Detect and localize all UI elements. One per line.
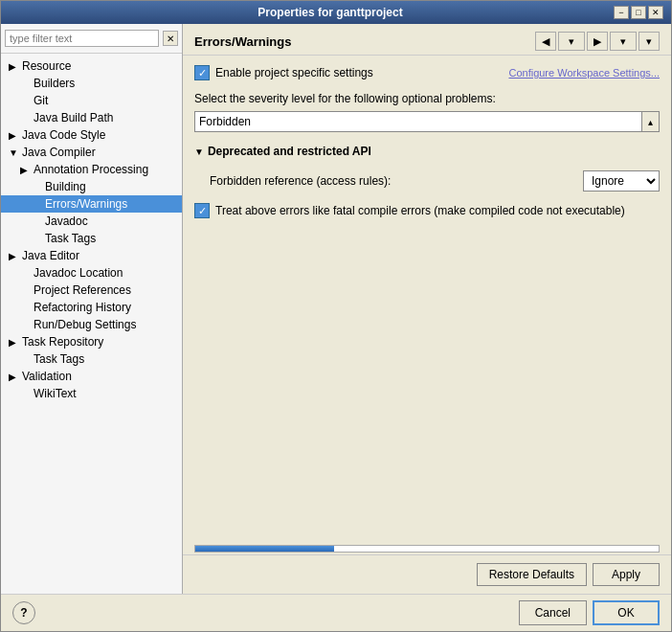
sidebar-item-errors-warnings[interactable]: Errors/Warnings xyxy=(1,195,182,213)
annotation-processing-arrow-icon: ▶ xyxy=(20,165,32,175)
sidebar-item-task-tags2[interactable]: Task Tags xyxy=(1,350,182,368)
sidebar-item-builders[interactable]: Builders xyxy=(1,75,182,92)
sidebar-item-refactoring-history[interactable]: Refactoring History xyxy=(1,299,182,316)
sidebar-item-javadoc-location[interactable]: Javadoc Location xyxy=(1,264,182,282)
sidebar-item-annotation-processing[interactable]: ▶Annotation Processing xyxy=(1,161,182,178)
treat-row: ✓ Treat above errors like fatal compile … xyxy=(194,203,660,218)
window-title: Properties for ganttproject xyxy=(47,6,614,19)
java-compiler-arrow-icon: ▼ xyxy=(9,147,20,158)
java-code-style-arrow-icon: ▶ xyxy=(9,130,20,141)
sidebar-item-label-javadoc-location: Javadoc Location xyxy=(34,266,123,280)
setting-row: Forbidden reference (access rules): Igno… xyxy=(194,169,660,193)
sidebar-item-label-validation: Validation xyxy=(22,370,72,383)
tree: ▶ResourceBuildersGitJava Build Path▶Java… xyxy=(1,54,182,594)
help-button[interactable]: ? xyxy=(12,601,35,624)
properties-dialog: Properties for ganttproject − □ ✕ ✕ ▶Res… xyxy=(0,0,672,632)
validation-arrow-icon: ▶ xyxy=(9,372,20,382)
cancel-button[interactable]: Cancel xyxy=(519,600,587,625)
sidebar-item-label-java-code-style: Java Code Style xyxy=(22,128,105,142)
sidebar-item-label-java-build-path: Java Build Path xyxy=(34,111,113,124)
minimize-button[interactable]: − xyxy=(614,6,629,19)
forward-dropdown-button[interactable]: ▾ xyxy=(610,32,637,51)
sidebar-item-label-annotation-processing: Annotation Processing xyxy=(34,163,148,176)
restore-defaults-button[interactable]: Restore Defaults xyxy=(477,563,587,586)
sidebar-item-task-repository[interactable]: ▶Task Repository xyxy=(1,333,182,350)
ok-button[interactable]: OK xyxy=(593,600,660,625)
forbidden-reference-label: Forbidden reference (access rules): xyxy=(210,174,391,188)
sidebar-item-label-java-compiler: Java Compiler xyxy=(22,146,96,159)
right-panel: Errors/Warnings ◀ ▾ ▶ ▾ ▾ ✓ Enable proje… xyxy=(183,24,671,594)
sidebar-item-label-git: Git xyxy=(34,94,48,107)
footer-buttons: Cancel OK xyxy=(519,600,660,625)
sidebar-item-run-debug-settings[interactable]: Run/Debug Settings xyxy=(1,316,182,333)
progress-fill xyxy=(195,546,334,552)
sidebar-item-java-editor[interactable]: ▶Java Editor xyxy=(1,247,182,264)
right-content: ✓ Enable project specific settings Confi… xyxy=(183,56,671,543)
java-editor-arrow-icon: ▶ xyxy=(9,251,20,261)
progress-bar xyxy=(194,545,660,553)
forward-button[interactable]: ▶ xyxy=(587,32,608,51)
sidebar-item-java-compiler[interactable]: ▼Java Compiler xyxy=(1,144,182,161)
filter-dropdown-button[interactable]: ▴ xyxy=(642,111,660,132)
sidebar-item-java-code-style[interactable]: ▶Java Code Style xyxy=(1,126,182,144)
treat-checkbox[interactable]: ✓ xyxy=(194,203,210,218)
sidebar-item-label-javadoc: Javadoc xyxy=(45,214,88,228)
enable-label: Enable project specific settings xyxy=(215,66,373,79)
enable-checkbox[interactable]: ✓ xyxy=(194,65,210,80)
left-panel: ✕ ▶ResourceBuildersGitJava Build Path▶Ja… xyxy=(1,24,183,594)
apply-button[interactable]: Apply xyxy=(593,563,660,586)
enable-row: ✓ Enable project specific settings Confi… xyxy=(194,65,660,80)
menu-button[interactable]: ▾ xyxy=(638,32,660,51)
severity-label: Select the severity level for the follow… xyxy=(194,92,660,105)
ignore-select[interactable]: Ignore Warning Error xyxy=(583,170,660,192)
section-header: ▼ Deprecated and restricted API xyxy=(194,142,660,161)
sidebar-item-label-building: Building xyxy=(45,180,86,193)
dialog-footer: ? Cancel OK xyxy=(1,594,671,631)
sidebar-item-label-refactoring-history: Refactoring History xyxy=(34,301,131,314)
sidebar-item-git[interactable]: Git xyxy=(1,92,182,109)
sidebar-item-label-project-references: Project References xyxy=(34,283,131,297)
back-button[interactable]: ◀ xyxy=(535,32,556,51)
title-bar-buttons: − □ ✕ xyxy=(614,6,663,19)
sidebar-item-resource[interactable]: ▶Resource xyxy=(1,57,182,75)
back-dropdown-button[interactable]: ▾ xyxy=(558,32,585,51)
sidebar-item-label-wikitext: WikiText xyxy=(34,387,77,400)
header-nav: ◀ ▾ ▶ ▾ ▾ xyxy=(535,32,660,51)
close-button[interactable]: ✕ xyxy=(648,6,663,19)
sidebar-item-label-builders: Builders xyxy=(34,77,75,90)
right-header: Errors/Warnings ◀ ▾ ▶ ▾ ▾ xyxy=(183,24,671,56)
enable-left: ✓ Enable project specific settings xyxy=(194,65,373,80)
panel-title: Errors/Warnings xyxy=(194,34,291,49)
sidebar-item-label-task-repository: Task Repository xyxy=(22,335,103,349)
forbidden-filter-input[interactable] xyxy=(194,111,642,132)
sidebar-item-label-task-tags2: Task Tags xyxy=(34,352,84,366)
search-input[interactable] xyxy=(5,30,159,47)
bottom-bar: Restore Defaults Apply xyxy=(183,554,671,594)
section-title: Deprecated and restricted API xyxy=(208,145,371,158)
resource-arrow-icon: ▶ xyxy=(9,61,20,72)
sidebar-item-project-references[interactable]: Project References xyxy=(1,282,182,299)
filter-field-row: ▴ xyxy=(194,111,660,132)
content-area: ✕ ▶ResourceBuildersGitJava Build Path▶Ja… xyxy=(1,24,671,594)
progress-bar-row xyxy=(183,543,671,554)
configure-workspace-link[interactable]: Configure Workspace Settings... xyxy=(508,67,660,79)
sidebar-item-label-java-editor: Java Editor xyxy=(22,249,79,262)
treat-label: Treat above errors like fatal compile er… xyxy=(215,204,625,217)
sidebar-item-building[interactable]: Building xyxy=(1,178,182,195)
filter-row: ✕ xyxy=(1,24,182,54)
clear-filter-button[interactable]: ✕ xyxy=(163,31,178,46)
sidebar-item-label-errors-warnings: Errors/Warnings xyxy=(45,197,127,211)
section-collapse-icon[interactable]: ▼ xyxy=(194,147,204,157)
task-repository-arrow-icon: ▶ xyxy=(9,337,20,348)
sidebar-item-javadoc[interactable]: Javadoc xyxy=(1,213,182,230)
maximize-button[interactable]: □ xyxy=(631,6,646,19)
sidebar-item-validation[interactable]: ▶Validation xyxy=(1,368,182,385)
title-bar: Properties for ganttproject − □ ✕ xyxy=(1,1,671,24)
sidebar-item-java-build-path[interactable]: Java Build Path xyxy=(1,109,182,126)
select-control: Ignore Warning Error xyxy=(583,170,660,192)
sidebar-item-label-resource: Resource xyxy=(22,59,71,73)
sidebar-item-label-run-debug-settings: Run/Debug Settings xyxy=(34,318,136,331)
sidebar-item-task-tags[interactable]: Task Tags xyxy=(1,230,182,247)
sidebar-item-wikitext[interactable]: WikiText xyxy=(1,385,182,402)
sidebar-item-label-task-tags: Task Tags xyxy=(45,232,96,245)
